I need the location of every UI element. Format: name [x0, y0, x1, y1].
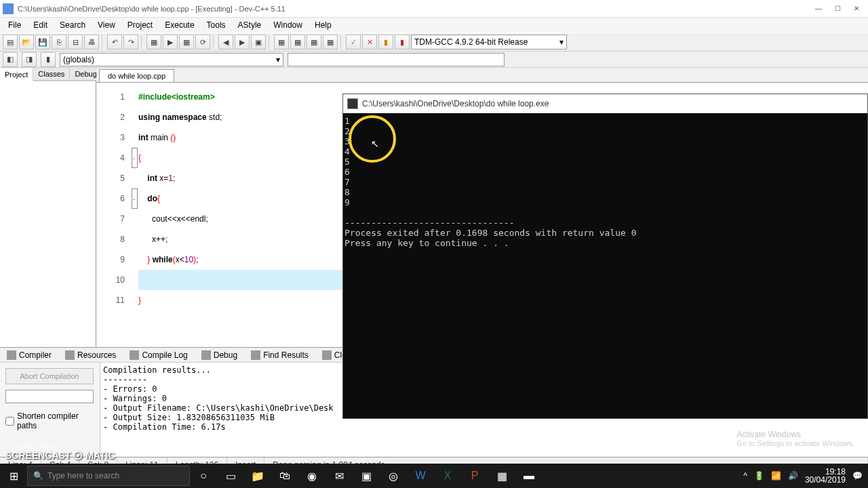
log-icon: [130, 350, 139, 360]
menu-view[interactable]: View: [92, 19, 121, 31]
new-file-button[interactable]: ▤: [3, 35, 18, 49]
app-icon-2[interactable]: ◎: [380, 464, 407, 488]
cursor-icon: ↖: [371, 138, 379, 149]
compile-run-button[interactable]: ▦: [179, 35, 194, 49]
toggle-button-1[interactable]: ▦: [274, 35, 289, 49]
recorder-brand: SCREENCAST ⦿ MATIC: [5, 450, 115, 461]
menu-search[interactable]: Search: [54, 19, 91, 31]
recorder-tag: RECORDED WITH: [4, 443, 56, 450]
btab-debug[interactable]: Debug: [197, 349, 241, 361]
menu-bar: File Edit Search View Project Execute To…: [0, 18, 868, 33]
maximize-button[interactable]: ☐: [829, 2, 846, 16]
word-icon[interactable]: W: [407, 464, 434, 488]
scope-selector[interactable]: (globals) ▾: [60, 53, 283, 66]
console-taskbar-icon[interactable]: ▬: [515, 464, 542, 488]
back-button[interactable]: ◀: [218, 35, 233, 49]
goto-button-3[interactable]: ▮: [41, 52, 56, 67]
console-icon: [347, 98, 358, 109]
menu-project[interactable]: Project: [122, 19, 158, 31]
toggle-button-4[interactable]: ▦: [323, 35, 338, 49]
rebuild-button[interactable]: ⟳: [195, 35, 210, 49]
debug-check-button[interactable]: ✓: [346, 35, 361, 49]
menu-execute[interactable]: Execute: [159, 19, 199, 31]
btab-compiler[interactable]: Compiler: [3, 349, 56, 361]
notifications-icon[interactable]: 💬: [852, 471, 863, 481]
taskbar-search[interactable]: 🔍 Type here to search: [27, 466, 190, 486]
toggle-button-2[interactable]: ▦: [290, 35, 305, 49]
battery-icon[interactable]: 🔋: [754, 471, 764, 481]
minimize-button[interactable]: —: [810, 2, 827, 16]
volume-icon[interactable]: 🔊: [788, 471, 798, 481]
profile-button[interactable]: ▮: [378, 35, 393, 49]
shorten-paths-checkbox[interactable]: Shorten compiler paths: [5, 411, 94, 430]
fold-toggle[interactable]: -: [132, 188, 138, 209]
goto-button-1[interactable]: ◧: [3, 52, 18, 67]
console-window[interactable]: C:\Users\kashi\OneDrive\Desktop\do while…: [342, 94, 868, 419]
menu-astyle[interactable]: AStyle: [233, 19, 267, 31]
search-placeholder: Type here to search: [47, 471, 119, 481]
explorer-icon[interactable]: 📁: [244, 464, 271, 488]
print-button[interactable]: 🖶: [84, 35, 99, 49]
dropdown-icon: ▾: [559, 37, 564, 47]
dropdown-icon: ▾: [276, 55, 280, 64]
window-title: C:\Users\kashi\OneDrive\Desktop\do while…: [18, 5, 810, 13]
menu-file[interactable]: File: [3, 19, 26, 31]
forward-button[interactable]: ▶: [235, 35, 250, 49]
system-tray[interactable]: ^ 🔋 📶 🔊 19:18 30/04/2019 💬: [743, 468, 868, 484]
store-icon[interactable]: 🛍: [271, 464, 298, 488]
excel-icon[interactable]: X: [434, 464, 461, 488]
run-button[interactable]: ▶: [163, 35, 178, 49]
app-icon: [3, 3, 14, 14]
close-file-button[interactable]: ⊟: [68, 35, 83, 49]
bookmark-button[interactable]: ▣: [251, 35, 266, 49]
open-button[interactable]: 📂: [19, 35, 34, 49]
shorten-check[interactable]: [5, 417, 14, 426]
btab-compile-log[interactable]: Compile Log: [125, 349, 191, 361]
app-icon-1[interactable]: ▣: [353, 464, 380, 488]
file-tab[interactable]: do while loop.cpp: [99, 69, 174, 82]
filter-input[interactable]: [5, 390, 94, 403]
sidetab-classes[interactable]: Classes: [33, 68, 70, 81]
abort-compilation-button[interactable]: Abort Compilation: [5, 368, 94, 384]
menu-tools[interactable]: Tools: [201, 19, 231, 31]
save-button[interactable]: 💾: [35, 35, 50, 49]
side-panel: Project Classes Debug: [0, 68, 96, 347]
save-all-button[interactable]: ⎘: [52, 35, 66, 49]
menu-edit[interactable]: Edit: [28, 19, 53, 31]
start-button[interactable]: ⊞: [0, 464, 27, 488]
goto-button-2[interactable]: ◨: [22, 52, 37, 67]
fold-toggle[interactable]: -: [132, 148, 138, 168]
chrome-icon[interactable]: ◉: [298, 464, 326, 488]
btab-resources[interactable]: Resources: [61, 349, 120, 361]
cortana-icon[interactable]: ○: [190, 464, 217, 488]
taskbar[interactable]: ⊞ 🔍 Type here to search ○ ▭ 📁 🛍 ◉ ✉ ▣ ◎ …: [0, 464, 868, 488]
debug-stop-button[interactable]: ✕: [362, 35, 377, 49]
compile-button[interactable]: ▦: [146, 35, 161, 49]
compiler-value: TDM-GCC 4.9.2 64-bit Release: [414, 37, 528, 47]
mail-icon[interactable]: ✉: [326, 464, 353, 488]
tray-up-icon[interactable]: ^: [743, 471, 747, 481]
find-icon: [251, 350, 260, 360]
btab-find[interactable]: Find Results: [247, 349, 313, 361]
main-toolbar: ▤ 📂 💾 ⎘ ⊟ 🖶 ↶ ↷ ▦ ▶ ▦ ⟳ ◀ ▶ ▣ ▦ ▦ ▦ ▦ ✓ …: [0, 33, 868, 52]
taskview-icon[interactable]: ▭: [217, 464, 244, 488]
console-title: C:\Users\kashi\OneDrive\Desktop\do while…: [362, 99, 549, 108]
toggle-button-3[interactable]: ▦: [307, 35, 321, 49]
console-output: 1 2 3 4 5 6 7 8 9 ----------------------…: [343, 113, 867, 251]
close-button[interactable]: ✕: [848, 2, 865, 16]
line-gutter: 1234567891011: [96, 83, 130, 347]
debug-icon: [201, 350, 211, 360]
undo-button[interactable]: ↶: [107, 35, 122, 49]
console-titlebar[interactable]: C:\Users\kashi\OneDrive\Desktop\do while…: [343, 94, 867, 113]
redo-button[interactable]: ↷: [123, 35, 138, 49]
member-selector[interactable]: [288, 53, 505, 66]
devcpp-taskbar-icon[interactable]: ▦: [488, 464, 515, 488]
compiler-icon: [7, 350, 16, 360]
sidetab-project[interactable]: Project: [0, 68, 33, 81]
powerpoint-icon[interactable]: P: [461, 464, 488, 488]
menu-help[interactable]: Help: [309, 19, 337, 31]
wifi-icon[interactable]: 📶: [771, 471, 781, 481]
menu-window[interactable]: Window: [268, 19, 308, 31]
chart-button[interactable]: ▮: [395, 35, 410, 49]
compiler-selector[interactable]: TDM-GCC 4.9.2 64-bit Release ▾: [411, 35, 567, 49]
